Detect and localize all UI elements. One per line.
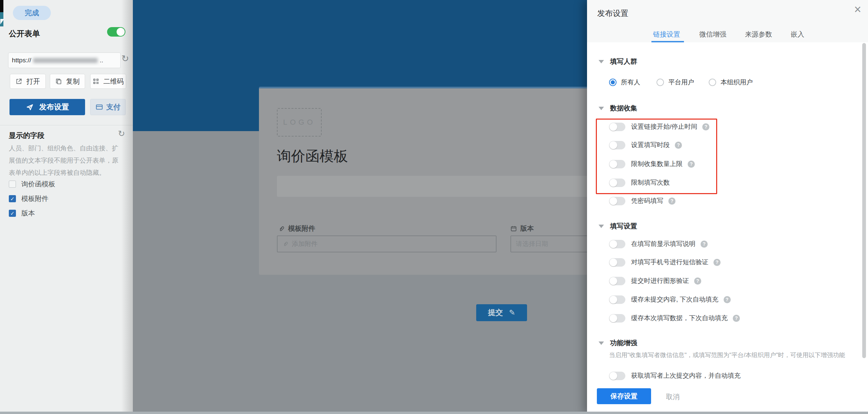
shown-fields-description: 人员、部门、组织角色、自由连接、扩展值的文本字段不能用于公开表单，原表单内的以上… — [9, 142, 123, 179]
submit-button[interactable]: 提交 ✎ — [476, 304, 527, 321]
collapse-triangle-icon[interactable] — [599, 225, 604, 228]
refresh-fields-icon[interactable]: ↻ — [118, 129, 125, 138]
radio-unselected-icon[interactable] — [657, 79, 664, 86]
publish-settings-dialog: 发布设置 × 链接设置 微信增强 来源参数 嵌入 填写人群 所有人 平台用户 本… — [587, 0, 868, 414]
screen-edge-artifact — [0, 0, 3, 12]
toggle-off-switch[interactable] — [609, 295, 625, 304]
toggle-row-collect-limit[interactable]: 限制收集数量上限 ? — [609, 160, 695, 168]
section-enhance[interactable]: 功能增强 — [599, 338, 637, 348]
field-checkbox-row[interactable]: ✓ 模板附件 — [9, 194, 48, 203]
copy-link-button[interactable]: 复制 — [50, 74, 85, 89]
tab-link-settings[interactable]: 链接设置 — [653, 30, 680, 39]
toggle-off-switch[interactable] — [609, 160, 625, 168]
refresh-url-icon[interactable]: ↻ — [121, 54, 129, 63]
help-icon[interactable]: ? — [702, 123, 709, 130]
dialog-header: 发布设置 × 链接设置 微信增强 来源参数 嵌入 — [587, 0, 868, 42]
save-settings-button[interactable]: 保存设置 — [597, 388, 651, 404]
section-data-collection[interactable]: 数据收集 — [599, 104, 637, 113]
radio-unselected-icon[interactable] — [709, 79, 716, 86]
collapse-triangle-icon[interactable] — [599, 107, 604, 110]
toggle-row-captcha[interactable]: 提交时进行图形验证 ? — [609, 276, 701, 285]
done-button[interactable]: 完成 — [13, 6, 51, 20]
cancel-button[interactable]: 取消 — [666, 392, 680, 401]
checkbox-checked-icon[interactable]: ✓ — [9, 210, 16, 217]
section-fill-settings[interactable]: 填写设置 — [599, 222, 637, 231]
share-url-input[interactable]: https:// .. — [8, 53, 121, 68]
publish-sidebar: 完成 公开表单 https:// .. ↻ 打开 复制 — [0, 0, 133, 414]
help-icon[interactable]: ? — [724, 296, 731, 303]
section-audience[interactable]: 填写人群 — [599, 57, 637, 66]
close-icon[interactable]: × — [854, 3, 861, 16]
qr-code-icon — [93, 78, 99, 85]
app-root: LOGO 询价函模板 模板附件 添加附件 — [0, 0, 868, 414]
help-icon[interactable]: ? — [688, 161, 695, 168]
toggle-row-cache-unsubmitted[interactable]: 缓存未提交内容, 下次自动填充 ? — [609, 295, 731, 304]
qr-code-button[interactable]: 二维码 — [90, 74, 126, 89]
help-icon[interactable]: ? — [694, 277, 701, 285]
attachment-field-label: 模板附件 — [278, 224, 315, 233]
pencil-icon: ✎ — [509, 308, 515, 317]
toggle-row-fill-period[interactable]: 设置填写时段 ? — [609, 141, 682, 149]
open-link-button[interactable]: 打开 — [10, 74, 46, 89]
url-scheme: https:// — [12, 57, 31, 64]
radio-org-users[interactable]: 本组织用户 — [709, 78, 753, 87]
toggle-row-password-fill[interactable]: 凭密码填写 ? — [609, 196, 675, 205]
help-icon[interactable]: ? — [713, 259, 721, 266]
url-ellipsis: .. — [100, 57, 103, 64]
paperclip-icon — [278, 225, 285, 232]
toggle-row-autofill-last[interactable]: 获取填写者上次提交内容，并自动填充 — [609, 371, 741, 380]
toggle-row-sms-verify[interactable]: 对填写手机号进行短信验证 ? — [609, 258, 721, 267]
field-checkbox-row[interactable]: ✓ 版本 — [9, 209, 35, 218]
form-title: 询价函模板 — [277, 147, 348, 166]
panel-scrollbar[interactable] — [862, 43, 866, 358]
enhance-description: 当启用"收集填写者微信信息"，或填写范围为"平台/本组织用户"时，可使用以下增强… — [609, 351, 845, 359]
tab-wechat-enhance[interactable]: 微信增强 — [699, 30, 726, 39]
shown-fields-title: 显示的字段 — [9, 131, 44, 140]
toggle-off-switch[interactable] — [609, 258, 625, 267]
field-checkbox-row[interactable]: 询价函模板 — [9, 180, 55, 189]
toggle-row-cache-submitted[interactable]: 缓存本次填写数据，下次自动填充 ? — [609, 314, 740, 323]
toggle-row-link-time[interactable]: 设置链接开始/停止时间 ? — [609, 122, 709, 131]
toggle-off-switch[interactable] — [609, 240, 625, 248]
toggle-off-switch[interactable] — [609, 372, 625, 380]
toggle-off-switch[interactable] — [609, 179, 625, 187]
checkbox-checked-icon[interactable]: ✓ — [9, 195, 16, 202]
active-tab-underline — [651, 41, 684, 42]
help-icon[interactable]: ? — [733, 315, 740, 322]
help-icon[interactable]: ? — [701, 241, 708, 248]
copy-icon — [55, 78, 62, 85]
radio-platform-users[interactable]: 平台用户 — [657, 78, 694, 87]
tab-source-params[interactable]: 来源参数 — [745, 30, 772, 39]
toggle-off-switch[interactable] — [609, 314, 625, 323]
toggle-off-switch[interactable] — [609, 141, 625, 149]
collapse-triangle-icon[interactable] — [599, 341, 604, 345]
pay-button[interactable]: 支付 — [90, 99, 126, 115]
radio-everyone[interactable]: 所有人 — [609, 78, 640, 87]
form-preview-card: LOGO 询价函模板 模板附件 添加附件 — [259, 87, 587, 275]
form-description-field — [277, 176, 587, 197]
toggle-row-fill-count-limit[interactable]: 限制填写次数 — [609, 178, 670, 187]
form-preview-canvas: LOGO 询价函模板 模板附件 添加附件 — [133, 0, 587, 414]
publish-settings-button[interactable]: 发布设置 — [9, 99, 85, 115]
toggle-off-switch[interactable] — [609, 277, 625, 285]
toggle-off-switch[interactable] — [609, 123, 625, 131]
toggle-off-switch[interactable] — [609, 197, 625, 205]
tab-embed[interactable]: 嵌入 — [791, 30, 804, 39]
help-icon[interactable]: ? — [675, 142, 682, 149]
help-icon[interactable]: ? — [668, 198, 675, 205]
toggle-row-show-instructions[interactable]: 在填写前显示填写说明 ? — [609, 240, 708, 248]
public-form-label: 公开表单 — [9, 28, 40, 39]
version-date-input[interactable]: 请选择日期 — [510, 235, 587, 252]
paperclip-icon — [282, 241, 288, 247]
attachment-placeholder: 添加附件 — [292, 240, 318, 248]
attachment-input[interactable]: 添加附件 — [277, 235, 497, 252]
radio-selected-icon[interactable] — [609, 79, 617, 86]
version-field-label: 版本 — [510, 224, 534, 233]
public-form-toggle[interactable] — [107, 27, 125, 37]
url-redacted-blur — [33, 58, 98, 63]
calendar-icon — [510, 225, 517, 232]
checkbox-unchecked-icon[interactable] — [9, 181, 16, 188]
collapse-triangle-icon[interactable] — [599, 60, 604, 63]
screen-bottom-edge — [0, 412, 868, 414]
logo-placeholder: LOGO — [277, 108, 322, 137]
